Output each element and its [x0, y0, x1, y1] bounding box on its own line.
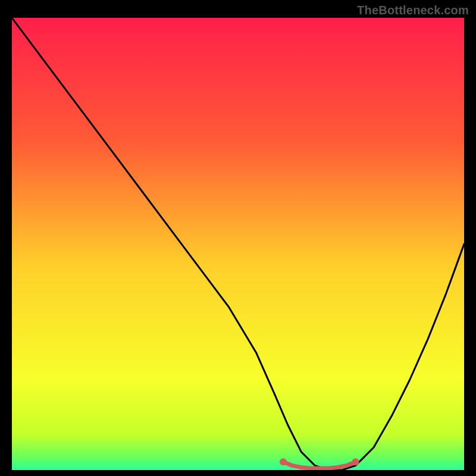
plot-area [12, 18, 464, 470]
optimal-flat-marker-dot [352, 458, 359, 465]
watermark-text: TheBottleneck.com [357, 4, 469, 17]
plot-svg [12, 18, 464, 470]
gradient-background [12, 18, 464, 470]
optimal-flat-marker-dot [280, 458, 287, 465]
chart-frame: TheBottleneck.com [0, 0, 476, 476]
